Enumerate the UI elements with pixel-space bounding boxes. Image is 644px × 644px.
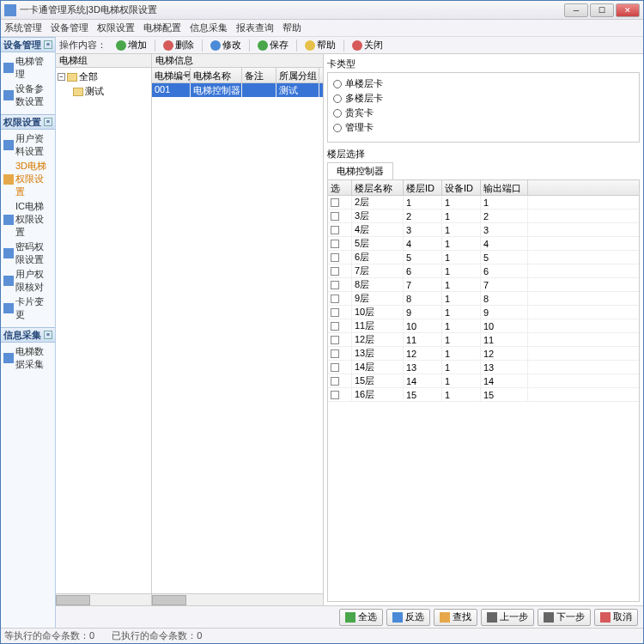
elevator-scrollbar[interactable]: [152, 593, 323, 605]
panel-header[interactable]: 设备管理«: [1, 37, 55, 52]
checkbox[interactable]: [331, 253, 339, 262]
scrollbar-thumb[interactable]: [152, 595, 186, 605]
sidebar-item[interactable]: 电梯管理: [3, 54, 53, 82]
collapse-icon[interactable]: «: [44, 331, 52, 339]
column-header[interactable]: 楼层名称: [352, 180, 404, 195]
table-row[interactable]: 6层515: [328, 251, 639, 264]
scrollbar-thumb[interactable]: [56, 595, 90, 605]
minimize-button[interactable]: ─: [564, 3, 588, 17]
radio-option[interactable]: 单楼层卡: [333, 76, 634, 91]
tree-root[interactable]: − 全部: [58, 70, 149, 84]
table-cell: 8层: [352, 278, 404, 291]
action-button[interactable]: 反选: [386, 609, 430, 626]
action-button[interactable]: 全选: [339, 609, 383, 626]
table-cell: 13: [404, 361, 442, 374]
table-cell: 1: [442, 388, 481, 401]
radio-option[interactable]: 多楼层卡: [333, 91, 634, 106]
toolbar-button[interactable]: 修改: [206, 37, 246, 53]
checkbox[interactable]: [331, 267, 339, 276]
toolbar-button-label: 删除: [175, 39, 194, 52]
action-button[interactable]: 取消: [594, 609, 638, 626]
checkbox[interactable]: [331, 226, 339, 234]
column-header[interactable]: 选择: [328, 180, 352, 195]
tree-child[interactable]: 测试: [73, 84, 149, 99]
sidebar-item[interactable]: 用户权限核对: [3, 267, 53, 295]
column-header[interactable]: 楼层ID: [404, 180, 442, 195]
column-header[interactable]: 设备ID: [442, 180, 481, 195]
checkbox[interactable]: [331, 198, 339, 207]
menu-item[interactable]: 电梯配置: [143, 21, 181, 34]
menu-item[interactable]: 报表查询: [236, 21, 274, 34]
tree-scrollbar[interactable]: [56, 593, 151, 605]
toolbar-icon: [116, 40, 126, 51]
checkbox[interactable]: [331, 308, 339, 317]
toolbar-button[interactable]: 增加: [112, 37, 151, 53]
action-button[interactable]: 下一步: [538, 609, 591, 626]
checkbox[interactable]: [331, 322, 339, 331]
column-header[interactable]: 输出端口: [481, 180, 528, 195]
table-row[interactable]: 001电梯控制器测试: [152, 83, 323, 97]
table-row[interactable]: 8层717: [328, 278, 639, 292]
column-header[interactable]: 备注: [242, 68, 276, 82]
table-row[interactable]: 10层919: [328, 306, 639, 319]
column-header[interactable]: 所属分组: [276, 68, 319, 82]
collapse-icon[interactable]: «: [44, 40, 52, 49]
table-row[interactable]: 15层14114: [328, 374, 639, 388]
column-header[interactable]: 电梯名称: [191, 68, 242, 82]
menu-item[interactable]: 信息采集: [190, 21, 228, 34]
table-row[interactable]: 3层212: [328, 210, 639, 223]
table-row[interactable]: 4层313: [328, 223, 639, 237]
checkbox[interactable]: [331, 212, 339, 221]
table-row[interactable]: 16层15115: [328, 388, 639, 402]
checkbox[interactable]: [331, 363, 339, 372]
action-button[interactable]: 查找: [434, 609, 477, 626]
maximize-button[interactable]: ☐: [590, 3, 614, 17]
radio-option[interactable]: 管理卡: [333, 120, 634, 135]
panel-header[interactable]: 信息采集«: [1, 327, 55, 343]
button-label: 反选: [405, 611, 424, 623]
checkbox[interactable]: [331, 349, 339, 358]
table-row[interactable]: 12层11111: [328, 333, 639, 347]
sidebar-item[interactable]: 设备参数设置: [3, 82, 53, 109]
checkbox[interactable]: [331, 391, 339, 399]
toolbar-button[interactable]: 删除: [159, 37, 198, 53]
tab-controller[interactable]: 电梯控制器: [327, 162, 393, 179]
sidebar-item[interactable]: 电梯数据采集: [3, 344, 53, 372]
checkbox[interactable]: [331, 281, 339, 289]
action-button[interactable]: 上一步: [481, 609, 534, 626]
table-row[interactable]: 9层818: [328, 292, 639, 306]
table-row[interactable]: 5层414: [328, 237, 639, 251]
floor-grid-header: 选择楼层名称楼层ID设备ID输出端口: [328, 180, 639, 196]
menu-item[interactable]: 设备管理: [51, 21, 88, 34]
column-header[interactable]: 电梯编号: [152, 68, 191, 82]
table-row[interactable]: 7层616: [328, 264, 639, 278]
table-row[interactable]: 11层10110: [328, 319, 639, 333]
panel-header[interactable]: 权限设置«: [1, 114, 55, 130]
checkbox[interactable]: [331, 336, 339, 344]
menu-item[interactable]: 系统管理: [4, 21, 42, 34]
sidebar-item[interactable]: 3D电梯权限设置: [3, 159, 53, 199]
toolbar-button[interactable]: 帮助: [301, 37, 340, 53]
toolbar-button[interactable]: 保存: [253, 37, 293, 53]
table-row[interactable]: 14层13113: [328, 361, 639, 374]
sidebar-item[interactable]: 用户资料设置: [3, 131, 53, 159]
toolbar-button[interactable]: 关闭: [348, 37, 387, 53]
table-row[interactable]: 2层111: [328, 196, 639, 210]
checkbox[interactable]: [331, 240, 339, 248]
tree-root-label: 全部: [79, 70, 98, 83]
sidebar-item[interactable]: IC电梯权限设置: [3, 199, 53, 240]
collapse-icon[interactable]: −: [58, 73, 65, 81]
checkbox[interactable]: [331, 377, 339, 386]
checkbox[interactable]: [331, 295, 339, 303]
table-cell: 14: [404, 374, 442, 387]
sidebar-item[interactable]: 密码权限设置: [3, 240, 53, 267]
collapse-icon[interactable]: «: [44, 118, 52, 126]
table-row[interactable]: 13层12112: [328, 347, 639, 361]
radio-icon: [333, 94, 342, 103]
radio-option[interactable]: 贵宾卡: [333, 106, 634, 120]
menu-item[interactable]: 帮助: [283, 21, 301, 34]
sidebar-item[interactable]: 卡片变更: [3, 295, 53, 322]
table-cell: 2: [481, 210, 528, 222]
close-button[interactable]: ✕: [616, 3, 640, 17]
menu-item[interactable]: 权限设置: [97, 21, 135, 34]
